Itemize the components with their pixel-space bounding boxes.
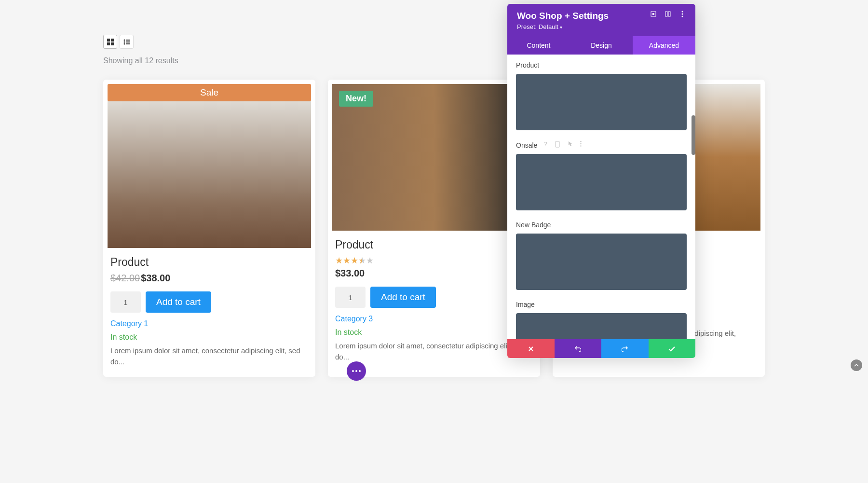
list-view-button[interactable] xyxy=(120,35,134,49)
stock-status: In stock xyxy=(108,333,311,342)
product-title[interactable]: Product xyxy=(108,256,311,269)
category-link[interactable]: Category 3 xyxy=(332,315,536,323)
product-price: $33.00 xyxy=(332,268,536,279)
star-rating: ★★★★★★ xyxy=(332,255,536,266)
redo-button[interactable] xyxy=(601,339,649,358)
device-icon[interactable] xyxy=(555,141,560,149)
option-label: Product xyxy=(516,61,539,69)
svg-rect-11 xyxy=(652,13,654,15)
undo-button[interactable] xyxy=(555,339,602,358)
cancel-button[interactable] xyxy=(507,339,555,358)
svg-rect-13 xyxy=(668,12,670,16)
option-label: New Badge xyxy=(516,221,551,229)
onsale-css-input[interactable] xyxy=(516,154,687,210)
panel-scrollbar[interactable] xyxy=(692,115,695,155)
panel-body: Product Onsale ? New Badge Image xyxy=(507,55,695,339)
option-label: Image xyxy=(516,301,535,308)
grid-view-button[interactable] xyxy=(103,35,117,49)
svg-rect-1 xyxy=(111,39,114,41)
svg-rect-12 xyxy=(665,12,667,16)
svg-point-15 xyxy=(682,14,683,15)
product-css-input[interactable] xyxy=(516,74,687,130)
svg-point-14 xyxy=(682,11,683,13)
tab-advanced[interactable]: Advanced xyxy=(633,36,695,55)
panel-tabs: Content Design Advanced xyxy=(507,36,695,55)
add-to-cart-button[interactable]: Add to cart xyxy=(370,287,436,308)
newbadge-css-input[interactable] xyxy=(516,234,687,290)
category-link[interactable]: Category 1 xyxy=(108,319,311,328)
svg-rect-3 xyxy=(111,42,114,45)
dots-icon xyxy=(352,370,361,372)
product-card: Sale New! Product $42.00$38.00 Add to ca… xyxy=(103,80,315,377)
svg-point-4 xyxy=(123,39,125,41)
svg-point-18 xyxy=(580,141,581,142)
sale-badge: Sale xyxy=(108,84,311,101)
svg-point-20 xyxy=(580,145,581,146)
product-description: Lorem ipsum dolor sit amet, consectetur … xyxy=(332,341,536,362)
svg-rect-17 xyxy=(556,141,559,147)
svg-point-19 xyxy=(580,143,581,144)
hover-icon[interactable] xyxy=(568,141,572,149)
svg-rect-5 xyxy=(126,40,130,41)
svg-point-6 xyxy=(123,41,125,42)
panel-header: Woo Shop + Settings Preset: Default xyxy=(507,4,695,36)
new-badge: New! xyxy=(339,91,373,107)
tab-content[interactable]: Content xyxy=(507,36,570,55)
panel-title: Woo Shop + Settings xyxy=(517,11,609,21)
option-more-icon[interactable] xyxy=(580,141,582,149)
tab-design[interactable]: Design xyxy=(570,36,633,55)
more-icon[interactable] xyxy=(679,11,686,17)
svg-rect-7 xyxy=(126,41,130,42)
help-icon[interactable]: ? xyxy=(544,141,547,149)
svg-rect-0 xyxy=(107,39,110,41)
expand-icon[interactable] xyxy=(650,11,657,17)
image-css-input[interactable] xyxy=(516,313,687,339)
product-price: $42.00$38.00 xyxy=(108,273,311,284)
product-title[interactable]: Product xyxy=(332,238,536,251)
svg-point-16 xyxy=(682,16,683,17)
product-image[interactable] xyxy=(108,101,311,248)
quantity-input[interactable] xyxy=(110,291,141,313)
add-to-cart-button[interactable]: Add to cart xyxy=(146,291,211,313)
scroll-top-button[interactable] xyxy=(851,359,862,371)
settings-panel: Woo Shop + Settings Preset: Default Cont… xyxy=(507,4,695,358)
option-label: Onsale xyxy=(516,141,537,149)
product-description: Lorem ipsum dolor sit amet, consectetur … xyxy=(108,345,311,367)
svg-point-8 xyxy=(123,43,125,44)
fab-more-button[interactable] xyxy=(347,361,366,381)
svg-rect-9 xyxy=(126,43,130,44)
panel-actions xyxy=(507,339,695,358)
save-button[interactable] xyxy=(649,339,696,358)
stock-status: In stock xyxy=(332,328,536,337)
svg-rect-2 xyxy=(107,42,110,45)
column-icon[interactable] xyxy=(665,11,671,17)
quantity-input[interactable] xyxy=(335,287,366,308)
preset-dropdown[interactable]: Preset: Default xyxy=(517,23,686,30)
